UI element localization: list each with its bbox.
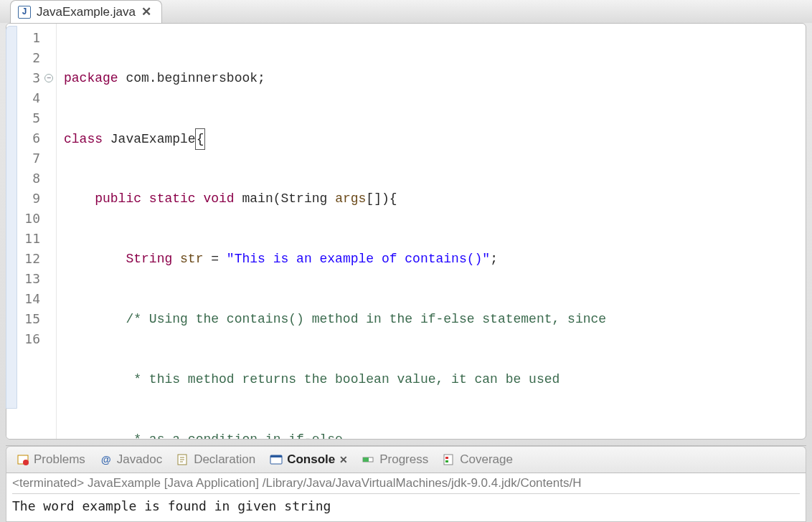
close-icon[interactable]: ✕ (141, 4, 151, 19)
tab-label: Progress (379, 452, 428, 467)
line-number: 11 (6, 229, 56, 249)
tab-label: Coverage (460, 452, 513, 467)
line-number: 4 (6, 88, 56, 108)
line-number: 15 (6, 309, 56, 329)
line-number: 5 (6, 108, 56, 128)
code-text-area[interactable]: package com.beginnersbook; class JavaExa… (57, 24, 806, 439)
progress-icon (362, 453, 375, 466)
svg-point-1 (23, 460, 29, 465)
line-number: 3− (6, 68, 56, 88)
javadoc-icon: @ (100, 453, 113, 466)
line-number: 6 (6, 128, 56, 148)
problems-icon (16, 453, 29, 466)
lower-panel: Problems @ Javadoc Declaration Console ✕ (6, 445, 806, 522)
view-tabbar: Problems @ Javadoc Declaration Console ✕ (6, 446, 806, 473)
console-icon (270, 453, 283, 466)
svg-rect-9 (445, 460, 448, 462)
line-number: 9 (6, 189, 56, 209)
tab-problems[interactable]: Problems (16, 452, 85, 467)
line-number: 8 (6, 169, 56, 189)
declaration-icon (176, 453, 189, 466)
line-number: 13 (6, 269, 56, 289)
line-number: 1 (6, 28, 56, 48)
tab-progress[interactable]: Progress (362, 452, 428, 467)
tab-label: Declaration (194, 452, 255, 467)
tab-console[interactable]: Console ✕ (270, 452, 348, 467)
tab-javadoc[interactable]: @ Javadoc (100, 452, 162, 467)
console-launch-title: <terminated> JavaExample [Java Applicati… (12, 476, 800, 494)
console-view[interactable]: <terminated> JavaExample [Java Applicati… (6, 473, 806, 522)
line-number: 14 (6, 289, 56, 309)
eclipse-editor-window: J JavaExample.java ✕ 1 2 3− 4 5 6 7 8 9 … (0, 0, 812, 522)
editor-tab-label: JavaExample.java (37, 5, 136, 19)
svg-rect-7 (444, 455, 453, 465)
tab-coverage[interactable]: Coverage (443, 452, 513, 467)
fold-toggle-icon[interactable]: − (44, 74, 53, 82)
svg-rect-6 (363, 457, 369, 462)
line-number: 7 (6, 148, 56, 169)
line-number: 10 (6, 209, 56, 229)
tab-label: Javadoc (117, 452, 162, 467)
tab-label: Problems (34, 452, 85, 467)
tab-label: Console (287, 452, 335, 467)
tab-declaration[interactable]: Declaration (176, 452, 255, 467)
line-number: 12 (6, 249, 56, 269)
editor-tabbar: J JavaExample.java ✕ (0, 0, 812, 23)
code-editor[interactable]: 1 2 3− 4 5 6 7 8 9 10 11 12 13 14 15 16 … (6, 23, 806, 440)
line-number: 2 (6, 48, 56, 68)
java-file-icon: J (18, 6, 31, 19)
close-icon[interactable]: ✕ (339, 454, 348, 465)
coverage-icon (443, 453, 455, 466)
cursor-box: { (195, 128, 206, 150)
console-output: The word example is found in given strin… (12, 494, 800, 516)
svg-rect-4 (270, 455, 282, 457)
editor-tab-javaexample[interactable]: J JavaExample.java ✕ (10, 0, 162, 23)
line-number: 16 (6, 329, 56, 349)
svg-rect-8 (445, 457, 448, 459)
